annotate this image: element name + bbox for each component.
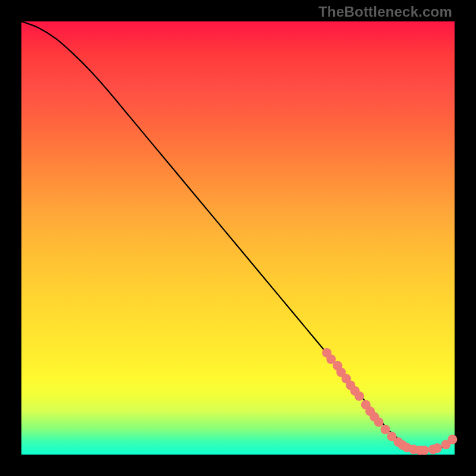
chart-frame: TheBottleneck.com — [0, 0, 476, 476]
curve-marker — [374, 417, 384, 427]
curve-marker — [419, 446, 429, 455]
plot-area — [21, 21, 455, 455]
curve-marker — [381, 425, 390, 434]
bottleneck-curve — [21, 21, 455, 450]
curve-markers — [322, 348, 457, 455]
watermark-text: TheBottleneck.com — [318, 4, 452, 20]
curve-marker — [447, 435, 457, 444]
curve-marker — [433, 443, 442, 453]
curve-marker — [355, 392, 364, 401]
curve-svg — [21, 21, 455, 455]
